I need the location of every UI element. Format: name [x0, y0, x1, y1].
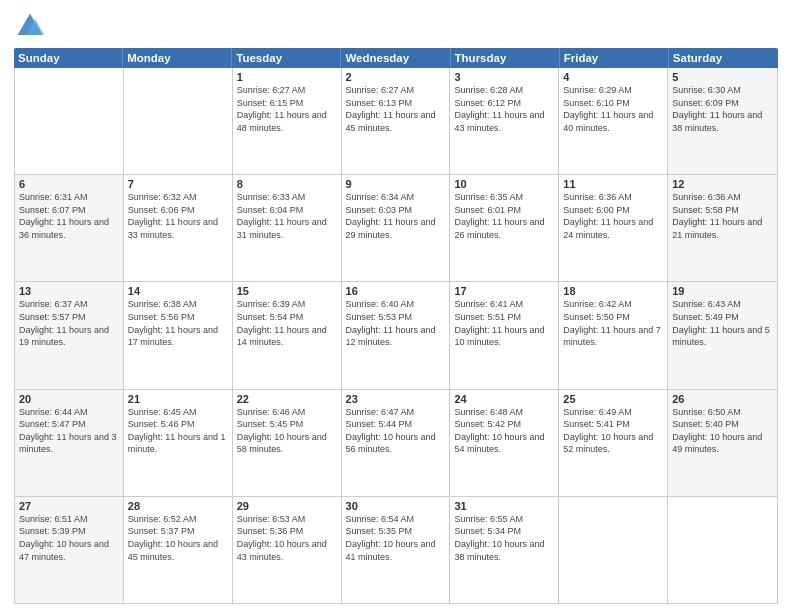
day-cell-26: 26Sunrise: 6:50 AMSunset: 5:40 PMDayligh…: [668, 390, 777, 496]
empty-cell: [668, 497, 777, 603]
day-number: 15: [237, 285, 337, 297]
day-info: Sunrise: 6:54 AMSunset: 5:35 PMDaylight:…: [346, 513, 446, 563]
day-number: 28: [128, 500, 228, 512]
day-cell-13: 13Sunrise: 6:37 AMSunset: 5:57 PMDayligh…: [15, 282, 124, 388]
day-cell-5: 5Sunrise: 6:30 AMSunset: 6:09 PMDaylight…: [668, 68, 777, 174]
header-cell-sunday: Sunday: [14, 48, 123, 68]
week-row-2: 6Sunrise: 6:31 AMSunset: 6:07 PMDaylight…: [15, 175, 777, 282]
calendar-body: 1Sunrise: 6:27 AMSunset: 6:15 PMDaylight…: [14, 68, 778, 604]
day-number: 21: [128, 393, 228, 405]
day-number: 24: [454, 393, 554, 405]
day-cell-20: 20Sunrise: 6:44 AMSunset: 5:47 PMDayligh…: [15, 390, 124, 496]
day-info: Sunrise: 6:52 AMSunset: 5:37 PMDaylight:…: [128, 513, 228, 563]
day-cell-18: 18Sunrise: 6:42 AMSunset: 5:50 PMDayligh…: [559, 282, 668, 388]
day-number: 30: [346, 500, 446, 512]
day-info: Sunrise: 6:32 AMSunset: 6:06 PMDaylight:…: [128, 191, 228, 241]
day-cell-23: 23Sunrise: 6:47 AMSunset: 5:44 PMDayligh…: [342, 390, 451, 496]
day-number: 27: [19, 500, 119, 512]
day-info: Sunrise: 6:40 AMSunset: 5:53 PMDaylight:…: [346, 298, 446, 348]
day-cell-14: 14Sunrise: 6:38 AMSunset: 5:56 PMDayligh…: [124, 282, 233, 388]
header: [14, 10, 778, 42]
empty-cell: [124, 68, 233, 174]
day-number: 9: [346, 178, 446, 190]
day-number: 11: [563, 178, 663, 190]
day-info: Sunrise: 6:38 AMSunset: 5:56 PMDaylight:…: [128, 298, 228, 348]
day-cell-1: 1Sunrise: 6:27 AMSunset: 6:15 PMDaylight…: [233, 68, 342, 174]
header-cell-monday: Monday: [123, 48, 232, 68]
week-row-4: 20Sunrise: 6:44 AMSunset: 5:47 PMDayligh…: [15, 390, 777, 497]
day-cell-29: 29Sunrise: 6:53 AMSunset: 5:36 PMDayligh…: [233, 497, 342, 603]
day-cell-2: 2Sunrise: 6:27 AMSunset: 6:13 PMDaylight…: [342, 68, 451, 174]
day-info: Sunrise: 6:34 AMSunset: 6:03 PMDaylight:…: [346, 191, 446, 241]
day-info: Sunrise: 6:31 AMSunset: 6:07 PMDaylight:…: [19, 191, 119, 241]
day-info: Sunrise: 6:36 AMSunset: 6:00 PMDaylight:…: [563, 191, 663, 241]
day-info: Sunrise: 6:43 AMSunset: 5:49 PMDaylight:…: [672, 298, 773, 348]
day-cell-28: 28Sunrise: 6:52 AMSunset: 5:37 PMDayligh…: [124, 497, 233, 603]
day-info: Sunrise: 6:50 AMSunset: 5:40 PMDaylight:…: [672, 406, 773, 456]
day-cell-4: 4Sunrise: 6:29 AMSunset: 6:10 PMDaylight…: [559, 68, 668, 174]
week-row-3: 13Sunrise: 6:37 AMSunset: 5:57 PMDayligh…: [15, 282, 777, 389]
day-info: Sunrise: 6:44 AMSunset: 5:47 PMDaylight:…: [19, 406, 119, 456]
day-number: 22: [237, 393, 337, 405]
day-cell-10: 10Sunrise: 6:35 AMSunset: 6:01 PMDayligh…: [450, 175, 559, 281]
day-info: Sunrise: 6:41 AMSunset: 5:51 PMDaylight:…: [454, 298, 554, 348]
day-cell-31: 31Sunrise: 6:55 AMSunset: 5:34 PMDayligh…: [450, 497, 559, 603]
day-number: 8: [237, 178, 337, 190]
day-cell-12: 12Sunrise: 6:36 AMSunset: 5:58 PMDayligh…: [668, 175, 777, 281]
day-cell-22: 22Sunrise: 6:46 AMSunset: 5:45 PMDayligh…: [233, 390, 342, 496]
day-number: 14: [128, 285, 228, 297]
page: SundayMondayTuesdayWednesdayThursdayFrid…: [0, 0, 792, 612]
day-info: Sunrise: 6:36 AMSunset: 5:58 PMDaylight:…: [672, 191, 773, 241]
day-cell-11: 11Sunrise: 6:36 AMSunset: 6:00 PMDayligh…: [559, 175, 668, 281]
day-number: 1: [237, 71, 337, 83]
day-number: 20: [19, 393, 119, 405]
day-cell-25: 25Sunrise: 6:49 AMSunset: 5:41 PMDayligh…: [559, 390, 668, 496]
day-info: Sunrise: 6:37 AMSunset: 5:57 PMDaylight:…: [19, 298, 119, 348]
day-number: 25: [563, 393, 663, 405]
calendar-header-row: SundayMondayTuesdayWednesdayThursdayFrid…: [14, 48, 778, 68]
week-row-5: 27Sunrise: 6:51 AMSunset: 5:39 PMDayligh…: [15, 497, 777, 603]
day-info: Sunrise: 6:35 AMSunset: 6:01 PMDaylight:…: [454, 191, 554, 241]
day-info: Sunrise: 6:51 AMSunset: 5:39 PMDaylight:…: [19, 513, 119, 563]
day-info: Sunrise: 6:27 AMSunset: 6:13 PMDaylight:…: [346, 84, 446, 134]
day-number: 3: [454, 71, 554, 83]
day-cell-15: 15Sunrise: 6:39 AMSunset: 5:54 PMDayligh…: [233, 282, 342, 388]
day-info: Sunrise: 6:39 AMSunset: 5:54 PMDaylight:…: [237, 298, 337, 348]
day-info: Sunrise: 6:48 AMSunset: 5:42 PMDaylight:…: [454, 406, 554, 456]
logo: [14, 10, 50, 42]
day-number: 13: [19, 285, 119, 297]
day-info: Sunrise: 6:30 AMSunset: 6:09 PMDaylight:…: [672, 84, 773, 134]
day-number: 6: [19, 178, 119, 190]
day-info: Sunrise: 6:53 AMSunset: 5:36 PMDaylight:…: [237, 513, 337, 563]
day-cell-30: 30Sunrise: 6:54 AMSunset: 5:35 PMDayligh…: [342, 497, 451, 603]
day-cell-8: 8Sunrise: 6:33 AMSunset: 6:04 PMDaylight…: [233, 175, 342, 281]
day-info: Sunrise: 6:33 AMSunset: 6:04 PMDaylight:…: [237, 191, 337, 241]
day-info: Sunrise: 6:42 AMSunset: 5:50 PMDaylight:…: [563, 298, 663, 348]
week-row-1: 1Sunrise: 6:27 AMSunset: 6:15 PMDaylight…: [15, 68, 777, 175]
header-cell-thursday: Thursday: [451, 48, 560, 68]
day-info: Sunrise: 6:45 AMSunset: 5:46 PMDaylight:…: [128, 406, 228, 456]
logo-icon: [14, 10, 46, 42]
empty-cell: [559, 497, 668, 603]
day-number: 26: [672, 393, 773, 405]
day-info: Sunrise: 6:28 AMSunset: 6:12 PMDaylight:…: [454, 84, 554, 134]
day-cell-27: 27Sunrise: 6:51 AMSunset: 5:39 PMDayligh…: [15, 497, 124, 603]
day-number: 16: [346, 285, 446, 297]
day-cell-19: 19Sunrise: 6:43 AMSunset: 5:49 PMDayligh…: [668, 282, 777, 388]
day-number: 29: [237, 500, 337, 512]
header-cell-tuesday: Tuesday: [232, 48, 341, 68]
day-cell-16: 16Sunrise: 6:40 AMSunset: 5:53 PMDayligh…: [342, 282, 451, 388]
day-info: Sunrise: 6:47 AMSunset: 5:44 PMDaylight:…: [346, 406, 446, 456]
header-cell-wednesday: Wednesday: [341, 48, 450, 68]
day-cell-3: 3Sunrise: 6:28 AMSunset: 6:12 PMDaylight…: [450, 68, 559, 174]
header-cell-friday: Friday: [560, 48, 669, 68]
header-cell-saturday: Saturday: [669, 48, 778, 68]
day-cell-24: 24Sunrise: 6:48 AMSunset: 5:42 PMDayligh…: [450, 390, 559, 496]
calendar: SundayMondayTuesdayWednesdayThursdayFrid…: [14, 48, 778, 604]
day-number: 19: [672, 285, 773, 297]
day-cell-9: 9Sunrise: 6:34 AMSunset: 6:03 PMDaylight…: [342, 175, 451, 281]
day-number: 10: [454, 178, 554, 190]
day-number: 7: [128, 178, 228, 190]
day-number: 17: [454, 285, 554, 297]
day-info: Sunrise: 6:29 AMSunset: 6:10 PMDaylight:…: [563, 84, 663, 134]
